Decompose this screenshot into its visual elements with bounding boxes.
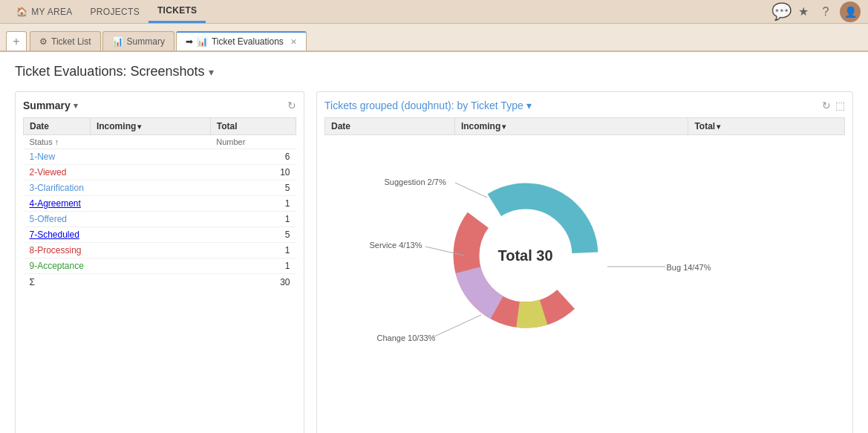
row-status[interactable]: 7-Scheduled xyxy=(24,227,211,243)
summary-table-row: 4-Agreement 1 xyxy=(24,196,296,212)
tab-summary[interactable]: 📊 Summary xyxy=(102,31,174,51)
summary-title-dropdown-icon: ▾ xyxy=(74,101,78,111)
summary-table-row: 2-Viewed 10 xyxy=(24,165,296,180)
col-incoming[interactable]: Incoming ▾ xyxy=(90,118,210,135)
summary-table-subheader-row: Status ↑ Number xyxy=(24,135,296,149)
nav-icons: 💬 ★ ? 👤 xyxy=(773,1,861,22)
summary-panel-header: Summary ▾ ↻ xyxy=(23,100,296,111)
chart-area: Suggestion 2/7% Service 4/13% xyxy=(324,144,845,389)
row-status[interactable]: 8-Processing xyxy=(24,243,211,258)
nav-my-area[interactable]: 🏠 MY AREA xyxy=(7,0,82,23)
page-title-dropdown[interactable]: ▾ xyxy=(209,66,214,78)
summary-table-row: 1-New 6 xyxy=(24,149,296,165)
tab-ticket-evaluations[interactable]: ➡ 📊 Ticket Evaluations ✕ xyxy=(176,31,307,51)
summary-table-body: 1-New 6 2-Viewed 10 3-Clarification 5 4-… xyxy=(24,149,296,274)
summary-table-row: 7-Scheduled 5 xyxy=(24,227,296,243)
col-total[interactable]: Total xyxy=(210,118,296,135)
row-number: 1 xyxy=(210,243,296,258)
summary-table-header-row: Date Incoming ▾ Total xyxy=(24,118,296,135)
tabs-bar: + ⚙ Ticket List 📊 Summary ➡ 📊 Ticket Eva… xyxy=(0,24,868,52)
total-symbol: Σ xyxy=(24,274,211,291)
row-number: 6 xyxy=(210,149,296,165)
doughnut-refresh-button[interactable]: ↻ xyxy=(822,100,831,111)
evaluations-tab-icon: ➡ xyxy=(186,36,193,47)
summary-panel-title[interactable]: Summary ▾ xyxy=(23,100,78,111)
home-icon: 🏠 xyxy=(16,7,27,17)
nav-projects[interactable]: PROJECTS xyxy=(82,0,149,23)
chart-label-change: Change 10/33% xyxy=(377,333,436,342)
summary-panel: Summary ▾ ↻ Date Incoming ▾ xyxy=(15,91,304,433)
chart-label-bug: Bug 14/47% xyxy=(667,263,711,272)
summary-table-row: 3-Clarification 5 xyxy=(24,180,296,196)
doughnut-export-button[interactable]: ⬚ xyxy=(835,100,845,111)
doughnut-panel-title[interactable]: Tickets grouped (doughnut): by Ticket Ty… xyxy=(324,100,532,111)
donut-chart-wrapper: Total 30 xyxy=(444,174,607,337)
row-number: 5 xyxy=(210,227,296,243)
row-status[interactable]: 5-Offered xyxy=(24,212,211,227)
doughnut-actions: ↻ ⬚ xyxy=(822,100,845,111)
top-navigation: 🏠 MY AREA PROJECTS TICKETS 💬 ★ ? 👤 xyxy=(0,0,868,24)
support-icon: 💬 xyxy=(773,4,789,20)
page-content: Ticket Evaluations: Screenshots ▾ Summar… xyxy=(0,52,868,433)
doughnut-panel: Tickets grouped (doughnut): by Ticket Ty… xyxy=(316,91,853,433)
summary-table: Date Incoming ▾ Total xyxy=(23,117,296,290)
row-number: 1 xyxy=(210,212,296,227)
summary-refresh-button[interactable]: ↻ xyxy=(287,100,296,111)
row-number: 1 xyxy=(210,258,296,274)
chart-labels-container: Suggestion 2/7% Service 4/13% xyxy=(325,144,845,389)
row-number: 5 xyxy=(210,180,296,196)
doughnut-panel-header: Tickets grouped (doughnut): by Ticket Ty… xyxy=(324,100,845,111)
tab-close-button[interactable]: ✕ xyxy=(290,37,297,47)
summary-table-row: 9-Acceptance 1 xyxy=(24,258,296,274)
chart-label-suggestion: Suggestion 2/7% xyxy=(385,178,446,186)
row-status[interactable]: 4-Agreement xyxy=(24,196,211,212)
summary-tab-icon: 📊 xyxy=(112,36,123,47)
doughnut-incoming-chevron-icon: ▾ xyxy=(502,123,506,131)
tab-ticket-list[interactable]: ⚙ Ticket List xyxy=(30,31,101,51)
row-number: 1 xyxy=(210,196,296,212)
chart-label-service: Service 4/13% xyxy=(370,241,422,250)
add-tab-button[interactable]: + xyxy=(6,31,27,51)
row-status[interactable]: 1-New xyxy=(24,149,211,165)
sub-col-number: Number xyxy=(210,135,296,149)
ticket-list-tab-icon: ⚙ xyxy=(39,36,48,47)
col-date[interactable]: Date xyxy=(24,118,91,135)
incoming-chevron-icon: ▾ xyxy=(137,123,141,131)
doughnut-total-chevron-icon: ▾ xyxy=(717,123,720,131)
summary-table-footer: Σ 30 xyxy=(24,274,296,291)
main-layout: Summary ▾ ↻ Date Incoming ▾ xyxy=(15,91,853,433)
doughnut-title-dropdown-icon: ▾ xyxy=(526,100,532,111)
doughnut-col-incoming[interactable]: Incoming ▾ xyxy=(454,118,688,135)
help-icon[interactable]: ? xyxy=(818,4,834,20)
doughnut-col-date[interactable]: Date xyxy=(325,118,455,135)
summary-table-row: 8-Processing 1 xyxy=(24,243,296,258)
doughnut-table-header-row: Date Incoming ▾ Total ▾ xyxy=(325,118,845,135)
sub-col-status: Status ↑ xyxy=(24,135,211,149)
row-status[interactable]: 2-Viewed xyxy=(24,165,211,180)
row-status[interactable]: 3-Clarification xyxy=(24,180,211,196)
doughnut-table: Date Incoming ▾ Total ▾ xyxy=(324,117,845,135)
total-value: 30 xyxy=(210,274,296,291)
evaluations-tab-icon2: 📊 xyxy=(197,36,208,47)
doughnut-col-total[interactable]: Total ▾ xyxy=(688,118,845,135)
row-number: 10 xyxy=(210,165,296,180)
nav-tickets[interactable]: TICKETS xyxy=(149,0,206,23)
row-status[interactable]: 9-Acceptance xyxy=(24,258,211,274)
summary-table-row: 5-Offered 1 xyxy=(24,212,296,227)
donut-svg xyxy=(444,174,607,337)
star-icon[interactable]: ★ xyxy=(795,4,812,20)
user-avatar[interactable]: 👤 xyxy=(840,1,861,22)
page-title: Ticket Evaluations: Screenshots ▾ xyxy=(15,64,853,79)
